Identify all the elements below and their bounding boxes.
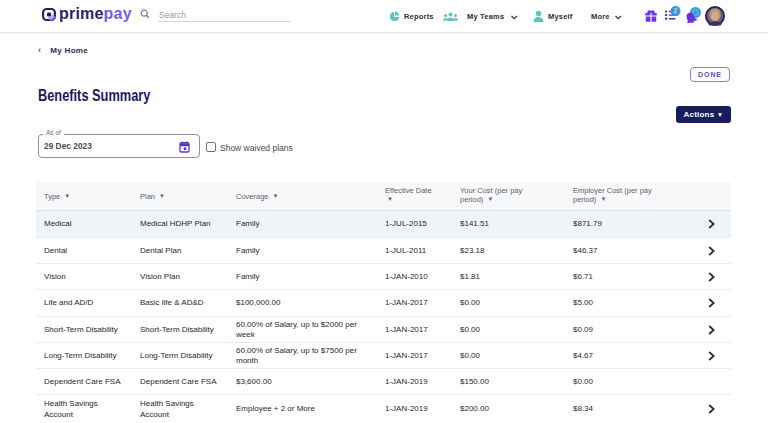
svg-text:2: 2	[674, 7, 678, 14]
